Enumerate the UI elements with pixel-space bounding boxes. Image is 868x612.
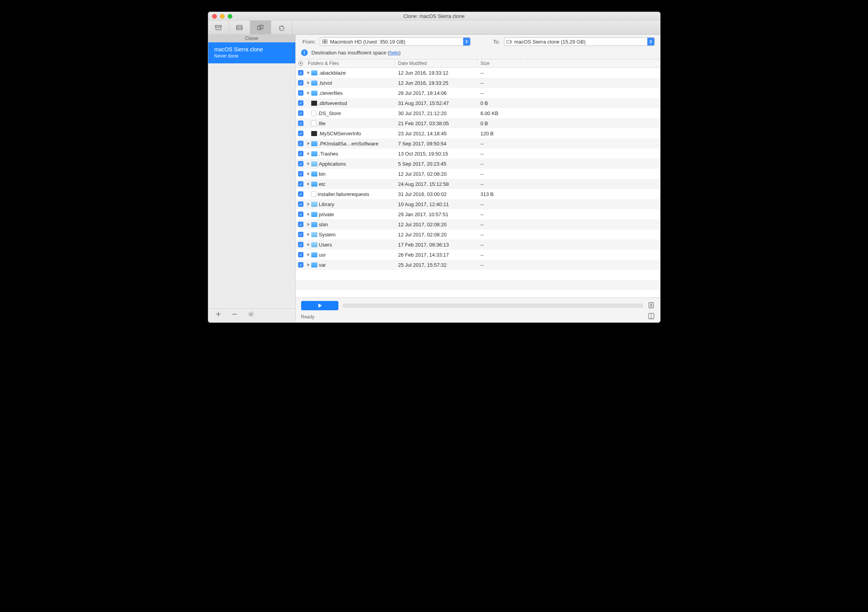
add-task-button[interactable] (215, 311, 221, 318)
folder-icon (311, 242, 317, 247)
row-checkbox[interactable]: ✓ (298, 131, 303, 136)
row-size: -- (478, 171, 520, 177)
row-checkbox[interactable]: ✓ (298, 100, 303, 106)
file-listing[interactable]: ✓ .abackblaze 12 Jun 2016, 19:33:12 -- ✓… (296, 68, 660, 297)
table-row[interactable]: ✓ System 12 Jul 2017, 02:08:20 -- (296, 229, 660, 240)
folder-icon (311, 182, 317, 187)
disclosure-triangle-icon[interactable] (307, 233, 310, 236)
disclosure-triangle-icon[interactable] (307, 142, 310, 145)
disclosure-triangle-icon[interactable] (307, 243, 310, 246)
row-checkbox[interactable]: ✓ (298, 110, 303, 116)
svg-marker-17 (318, 304, 322, 308)
row-date: 17 Feb 2017, 09:36:13 (395, 242, 478, 248)
disclosure-triangle-icon[interactable] (307, 71, 310, 74)
row-checkbox[interactable]: ✓ (298, 191, 303, 197)
row-checkbox[interactable]: ✓ (298, 252, 303, 257)
sidebar-item-task[interactable]: macOS Sierra clone Never done (208, 42, 295, 63)
row-checkbox[interactable]: ✓ (298, 181, 303, 187)
row-name: private (319, 212, 334, 217)
column-size[interactable]: Size (478, 59, 520, 67)
row-checkbox[interactable]: ✓ (298, 201, 303, 207)
row-checkbox[interactable]: ✓ (298, 121, 303, 126)
row-checkbox[interactable]: ✓ (298, 242, 303, 247)
table-row[interactable]: ✓ .file 21 Feb 2017, 03:38:05 0 B (296, 118, 660, 128)
disclosure-triangle-icon[interactable] (307, 172, 310, 175)
column-name[interactable]: Folders & Files (306, 59, 395, 67)
table-row[interactable]: ✓ var 25 Jul 2017, 15:57:32 -- (296, 260, 660, 270)
alert-log-button[interactable] (648, 313, 655, 321)
row-date: 21 Feb 2017, 03:38:05 (395, 121, 478, 126)
table-row[interactable]: ✓ Applications 5 Sep 2017, 20:23:45 -- (296, 159, 660, 169)
table-row[interactable]: ✓ .DS_Store 30 Jul 2017, 21:12:20 6.00 K… (296, 108, 660, 118)
table-row[interactable]: ✓ .Trashes 13 Oct 2015, 19:50:15 -- (296, 149, 660, 159)
from-volume-text: Macintosh HD (Used: 350.19 GB) (330, 39, 406, 45)
sidebar-item-title: macOS Sierra clone (214, 46, 289, 52)
row-date: 28 Jul 2017, 18:14:06 (395, 90, 478, 96)
row-name: Library (319, 201, 335, 207)
disclosure-triangle-icon[interactable] (307, 91, 310, 94)
row-checkbox[interactable]: ✓ (298, 212, 303, 217)
table-header: Folders & Files Date Modified Size (296, 59, 660, 68)
row-checkbox[interactable]: ✓ (298, 161, 303, 166)
disclosure-triangle-icon[interactable] (307, 81, 310, 84)
disclosure-triangle-icon[interactable] (307, 152, 310, 155)
disclosure-triangle-icon[interactable] (307, 203, 310, 206)
row-size: -- (478, 242, 520, 248)
table-row[interactable]: ✓ .bzvol 12 Jun 2016, 19:33:25 -- (296, 78, 660, 88)
row-checkbox[interactable]: ✓ (298, 171, 303, 177)
row-checkbox[interactable]: ✓ (298, 80, 303, 86)
disclosure-triangle-icon[interactable] (307, 162, 310, 165)
table-row[interactable]: ✓ installer.failurerequests 31 Jul 2016,… (296, 189, 660, 199)
row-checkbox[interactable]: ✓ (298, 262, 303, 268)
svg-rect-7 (260, 25, 263, 29)
row-name: .DS_Store (318, 110, 341, 116)
table-row[interactable]: ✓ sbin 12 Jul 2017, 02:08:20 -- (296, 219, 660, 229)
table-row[interactable]: ✓ .PKInstallSa…emSoftware 7 Sep 2017, 09… (296, 138, 660, 149)
table-row[interactable]: ✓ .abackblaze 12 Jun 2016, 19:33:12 -- (296, 68, 660, 78)
mode-clone-button[interactable] (250, 21, 271, 34)
disclosure-triangle-icon[interactable] (307, 223, 310, 226)
folder-icon (311, 212, 317, 217)
sidebar-heading: Clone (208, 34, 295, 42)
select-all-target[interactable] (296, 59, 306, 67)
disclosure-triangle-icon[interactable] (307, 263, 310, 266)
row-date: 13 Oct 2015, 19:50:15 (395, 151, 478, 157)
row-name: .MySCMServerInfo (319, 131, 361, 136)
table-row-empty (296, 270, 660, 280)
disclosure-triangle-icon[interactable] (307, 182, 310, 185)
row-size: -- (478, 201, 520, 207)
table-row[interactable]: ✓ Users 17 Feb 2017, 09:36:13 -- (296, 240, 660, 250)
row-name: Users (319, 242, 332, 248)
row-checkbox[interactable]: ✓ (298, 151, 303, 156)
table-row[interactable]: ✓ bin 12 Jul 2017, 02:08:20 -- (296, 169, 660, 179)
remove-task-button[interactable] (232, 311, 238, 318)
row-checkbox[interactable]: ✓ (298, 141, 303, 146)
disclosure-triangle-icon[interactable] (307, 213, 310, 216)
settings-button[interactable] (248, 311, 254, 318)
mode-sync-button[interactable] (271, 21, 292, 34)
mode-archive-button[interactable] (208, 21, 229, 34)
table-row[interactable]: ✓ .dbfseventsd 31 Aug 2017, 15:52:47 0 B (296, 98, 660, 108)
row-name: .dbfseventsd (319, 100, 347, 106)
disclosure-triangle-icon[interactable] (307, 253, 310, 256)
run-button[interactable] (301, 301, 338, 310)
row-name: bin (319, 171, 326, 177)
table-row[interactable]: ✓ etc 24 Aug 2017, 15:12:58 -- (296, 179, 660, 189)
to-volume-popup[interactable]: macOS Sierra clone (15.29 GB) (504, 37, 655, 46)
column-date[interactable]: Date Modified (395, 59, 478, 67)
log-button[interactable] (648, 302, 655, 310)
table-row[interactable]: ✓ usr 26 Feb 2017, 14:33:17 -- (296, 250, 660, 260)
row-checkbox[interactable]: ✓ (298, 70, 303, 75)
row-checkbox[interactable]: ✓ (298, 222, 303, 227)
table-row[interactable]: ✓ private 29 Jan 2017, 10:57:51 -- (296, 209, 660, 219)
mode-toolbar (208, 21, 660, 35)
help-link[interactable]: help (389, 50, 399, 56)
table-row[interactable]: ✓ Library 10 Aug 2017, 12:40:11 -- (296, 199, 660, 209)
table-row[interactable]: ✓ .MySCMServerInfo 23 Jul 2012, 14:18:45… (296, 128, 660, 138)
mode-files-button[interactable] (229, 21, 250, 34)
table-row[interactable]: ✓ .cleverfiles 28 Jul 2017, 18:14:06 -- (296, 88, 660, 98)
row-checkbox[interactable]: ✓ (298, 232, 303, 237)
updown-arrows-icon (647, 38, 654, 45)
from-volume-popup[interactable]: Macintosh HD (Used: 350.19 GB) (320, 37, 471, 46)
row-checkbox[interactable]: ✓ (298, 90, 303, 96)
